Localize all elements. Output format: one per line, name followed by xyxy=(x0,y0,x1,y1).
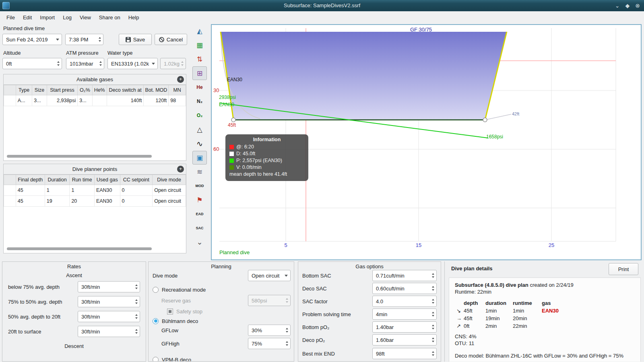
point-runtime-cell[interactable]: 20 xyxy=(70,196,95,207)
nitrogen-graph-icon[interactable]: N₂ xyxy=(192,95,207,108)
spinner-arrows-icon[interactable] xyxy=(432,335,434,345)
atm-pressure-input[interactable]: 1013mbar xyxy=(66,58,104,69)
point-duration-cell[interactable]: 19 xyxy=(45,196,70,207)
menu-share-on[interactable]: Share on xyxy=(95,13,124,22)
spinner-arrows-icon[interactable] xyxy=(286,325,288,335)
point-runtime-cell[interactable]: 1 xyxy=(70,185,95,196)
planner-point-row[interactable]: 45 1 1 EAN30 0 Open circuit xyxy=(4,185,186,196)
gas-bot-mod-cell[interactable]: 120ft xyxy=(144,95,169,106)
dive-mode-select[interactable]: Open circuit xyxy=(248,270,291,281)
cancel-button[interactable]: Cancel xyxy=(155,34,187,45)
points-horizontal-scrollbar[interactable] xyxy=(7,247,152,250)
window-maximize-icon[interactable]: ◆ xyxy=(625,2,630,9)
rate-spinbox[interactable]: 30ft/min xyxy=(78,311,140,322)
dive-profile-chart[interactable]: GF 30/75 EAN30 2938psi EAN30 45ft 42ft 1… xyxy=(211,24,642,260)
statistics-icon[interactable]: ▦ xyxy=(192,38,207,52)
tissues-icon[interactable]: ≋ xyxy=(192,165,207,179)
bottom-sac-input[interactable]: 0.71cuft/min xyxy=(372,270,437,281)
deco-sac-input[interactable]: 0.60cuft/min xyxy=(372,283,437,294)
radio-icon[interactable] xyxy=(153,287,159,293)
bottom-po2-input[interactable]: 1.40bar xyxy=(372,321,437,333)
menu-help[interactable]: Help xyxy=(124,13,143,22)
point-setpoint-cell[interactable]: 0 xyxy=(120,196,153,207)
dive-date-select[interactable]: Sun Feb 24, 2019 xyxy=(2,34,62,45)
spinner-arrows-icon[interactable] xyxy=(432,322,434,332)
radio-checked-icon[interactable] xyxy=(153,318,159,324)
gas-he-cell[interactable] xyxy=(92,95,107,106)
add-gas-button[interactable]: + xyxy=(177,76,184,83)
oxygen-graph-icon[interactable]: O₂ xyxy=(192,109,207,122)
recreational-mode-radio[interactable]: Recreational mode xyxy=(153,286,206,293)
water-type-select[interactable]: EN13319 (1.02k xyxy=(107,58,158,69)
spinner-arrows-icon[interactable] xyxy=(432,270,434,281)
point-mode-cell[interactable]: Open circuit xyxy=(153,196,186,207)
gas-o2-cell[interactable]: 3... xyxy=(78,95,92,106)
window-shade-icon[interactable]: ⌄ xyxy=(615,2,620,9)
heartrate-icon[interactable]: ∿ xyxy=(192,137,207,150)
planner-point-row[interactable]: 45 19 20 EAN30 0 Open circuit xyxy=(4,196,186,207)
dive-time-input[interactable]: 7:38 PM xyxy=(65,34,103,45)
point-mode-cell[interactable]: Open circuit xyxy=(153,185,186,196)
problem-solving-time-input[interactable]: 4min xyxy=(372,309,437,320)
point-duration-cell[interactable]: 1 xyxy=(45,185,70,196)
vpmb-deco-radio[interactable]: VPM-B deco xyxy=(153,356,191,362)
spinner-arrows-icon[interactable] xyxy=(135,326,138,337)
menu-file[interactable]: File xyxy=(2,13,19,22)
gflow-input[interactable]: 30% xyxy=(248,325,291,336)
swap-icon[interactable]: ⇅ xyxy=(192,52,207,66)
rate-spinbox[interactable]: 30ft/min xyxy=(78,296,140,307)
add-point-button[interactable]: + xyxy=(177,166,184,173)
spinner-arrows-icon[interactable] xyxy=(135,296,138,307)
spinner-arrows-icon[interactable] xyxy=(135,282,138,292)
gas-type-cell[interactable]: A... xyxy=(16,95,32,106)
gas-deco-switch-cell[interactable]: 140ft xyxy=(107,95,144,106)
print-button[interactable]: Print xyxy=(609,263,638,275)
gas-size-cell[interactable]: 3... xyxy=(32,95,47,106)
best-mix-end-input[interactable]: 98ft xyxy=(372,348,437,359)
menu-import[interactable]: Import xyxy=(36,13,59,22)
ndl-icon[interactable]: ⚑ xyxy=(192,193,207,207)
deco-po2-input[interactable]: 1.60bar xyxy=(372,334,437,346)
gfhigh-input[interactable]: 75% xyxy=(248,338,291,349)
radio-icon[interactable] xyxy=(153,357,159,362)
spinner-arrows-icon[interactable] xyxy=(286,338,288,349)
save-button[interactable]: Save xyxy=(119,34,152,45)
spinner-arrows-icon[interactable] xyxy=(432,296,434,306)
menu-edit[interactable]: Edit xyxy=(19,13,36,22)
gases-horizontal-scrollbar[interactable] xyxy=(7,155,152,158)
gas-start-press-cell[interactable]: 2,938psi xyxy=(47,95,78,106)
point-setpoint-cell[interactable]: 0 xyxy=(120,185,153,196)
window-close-icon[interactable]: ⊗ xyxy=(635,2,640,9)
profile-icon[interactable]: ◭ xyxy=(192,24,207,38)
point-gas-cell[interactable]: EAN30 xyxy=(94,185,120,196)
toolbar-scroll-down-icon[interactable]: ⌄ xyxy=(192,235,207,249)
delta-icon[interactable]: △ xyxy=(192,123,207,136)
menu-view[interactable]: View xyxy=(76,13,95,22)
photos-icon[interactable]: ▣ xyxy=(192,151,207,165)
profile-handle[interactable] xyxy=(483,118,487,122)
altitude-input[interactable]: 0ft xyxy=(2,58,62,69)
point-gas-cell[interactable]: EAN30 xyxy=(94,196,120,207)
spinner-arrows-icon[interactable] xyxy=(432,309,434,319)
spinner-arrows-icon[interactable] xyxy=(135,311,138,322)
sac-icon[interactable]: SAC xyxy=(192,221,207,235)
rate-spinbox[interactable]: 30ft/min xyxy=(78,326,140,337)
spinner-arrows-icon[interactable] xyxy=(432,348,434,359)
point-depth-cell[interactable]: 45 xyxy=(16,185,45,196)
profile-handle[interactable] xyxy=(231,118,235,122)
menu-log[interactable]: Log xyxy=(59,13,76,22)
mod-icon[interactable]: MOD xyxy=(192,179,207,193)
point-depth-cell[interactable]: 45 xyxy=(16,196,45,207)
information-tooltip[interactable]: Information @: 6:20 D: 45.0ft P: 2,557ps… xyxy=(225,134,308,181)
spinner-arrows-icon[interactable] xyxy=(99,34,101,45)
table-icon[interactable]: ⊞ xyxy=(192,66,207,80)
gas-row[interactable]: A... 3... 2,938psi 3... 140ft 120ft 98 xyxy=(4,95,186,106)
spinner-arrows-icon[interactable] xyxy=(57,58,60,69)
spinner-arrows-icon[interactable] xyxy=(432,283,434,294)
rate-spinbox[interactable]: 30ft/min xyxy=(78,281,140,292)
sac-factor-input[interactable]: 4.0 xyxy=(372,296,437,307)
ead-icon[interactable]: EAD xyxy=(192,207,207,221)
spinner-arrows-icon[interactable] xyxy=(99,58,102,69)
gas-mnd-cell[interactable]: 98 xyxy=(169,95,186,106)
buhlmann-deco-radio[interactable]: Bühlmann deco xyxy=(153,317,198,325)
